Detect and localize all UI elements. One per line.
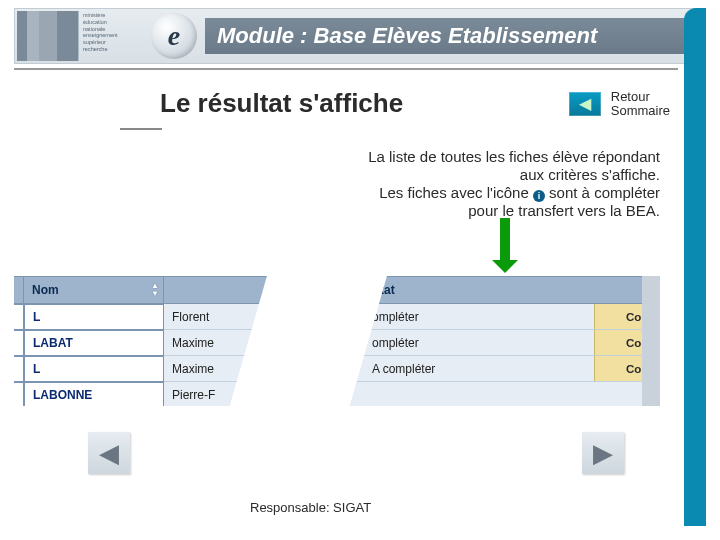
- col-checkbox: [14, 276, 24, 304]
- sort-icon: ▲▼: [151, 282, 159, 298]
- prev-slide-button[interactable]: ◀: [88, 432, 130, 474]
- back-label: Retour Sommaire: [611, 90, 670, 118]
- completer-button[interactable]: Compléter: [594, 356, 660, 381]
- triangle-left-icon: ◀: [579, 94, 591, 113]
- right-accent-bar: [684, 8, 706, 526]
- app-header: ministère éducation nationale enseigneme…: [14, 8, 706, 64]
- completer-button[interactable]: Compléter: [594, 330, 660, 355]
- triangle-right-icon: ▶: [593, 438, 613, 469]
- page-title: Le résultat s'affiche: [160, 88, 403, 119]
- results-table-scroll[interactable]: Nom▲▼ Etat▲▼ L Florent ompléterCompléter…: [14, 276, 660, 406]
- back-to-summary-button[interactable]: ◀: [569, 92, 601, 116]
- e-badge-logo: e: [151, 13, 197, 59]
- responsable-footer: Responsable: SIGAT: [250, 500, 371, 515]
- col-etat[interactable]: Etat▲▼: [364, 276, 660, 304]
- module-title: Module : Base Elèves Etablissement: [205, 18, 697, 54]
- header-underline: [14, 66, 678, 70]
- incomplete-icon: i: [533, 190, 545, 202]
- triangle-left-icon: ◀: [99, 438, 119, 469]
- divider-line: [120, 128, 162, 130]
- ministry-text: ministère éducation nationale enseigneme…: [83, 11, 143, 61]
- results-table-wrap: Nom▲▼ Etat▲▼ L Florent ompléterCompléter…: [14, 276, 660, 406]
- description-block: La liste de toutes les fiches élève répo…: [300, 148, 660, 220]
- arrow-down-icon: [500, 218, 510, 260]
- col-nom[interactable]: Nom▲▼: [24, 276, 164, 304]
- next-slide-button[interactable]: ▶: [582, 432, 624, 474]
- completer-button[interactable]: Compléter: [594, 304, 660, 329]
- header-photo: [17, 11, 79, 61]
